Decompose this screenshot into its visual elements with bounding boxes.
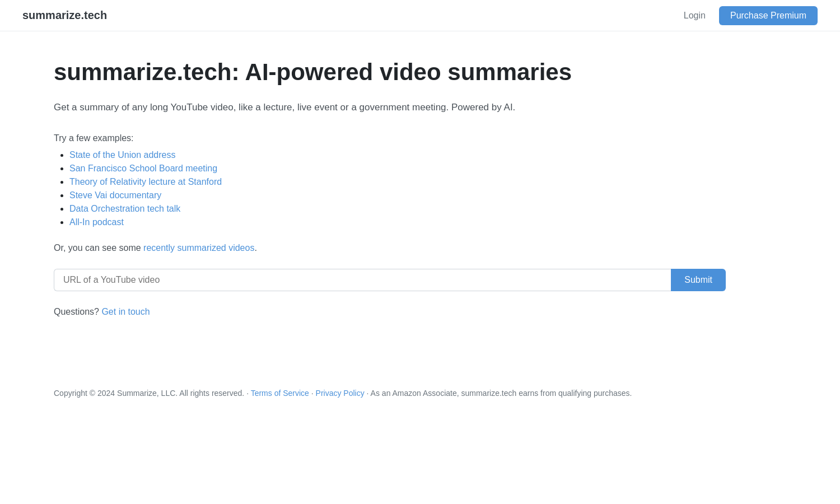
example-link-3[interactable]: Theory of Relativity lecture at Stanford [69,177,222,186]
main-nav: Login Purchase Premium [684,6,818,25]
list-item: Data Orchestration tech talk [69,204,730,214]
list-item: State of the Union address [69,150,730,160]
login-link[interactable]: Login [684,11,706,21]
copyright-text: Copyright © 2024 Summarize, LLC. All rig… [54,389,251,398]
example-link-4[interactable]: Steve Vai documentary [69,190,161,200]
footer-text: Copyright © 2024 Summarize, LLC. All rig… [54,389,786,398]
example-link-2[interactable]: San Francisco School Board meeting [69,164,217,173]
questions-prefix: Questions? [54,307,101,316]
list-item: All-In podcast [69,217,730,227]
url-input[interactable] [54,269,671,291]
example-link-1[interactable]: State of the Union address [69,150,175,160]
footer-separator-1: · [309,389,316,398]
purchase-premium-button[interactable]: Purchase Premium [719,6,818,25]
example-link-5[interactable]: Data Orchestration tech talk [69,204,180,213]
list-item: San Francisco School Board meeting [69,164,730,174]
site-header: summarize.tech Login Purchase Premium [0,0,840,31]
url-form: Submit [54,269,726,291]
main-content: summarize.tech: AI-powered video summari… [0,31,784,344]
examples-label: Try a few examples: [54,133,730,143]
recent-prefix: Or, you can see some [54,243,143,253]
terms-of-service-link[interactable]: Terms of Service [251,389,309,398]
list-item: Steve Vai documentary [69,190,730,200]
site-logo[interactable]: summarize.tech [22,9,107,22]
example-link-6[interactable]: All-In podcast [69,217,124,227]
amazon-associate-text: · As an Amazon Associate, summarize.tech… [365,389,632,398]
privacy-policy-link[interactable]: Privacy Policy [316,389,365,398]
examples-list: State of the Union address San Francisco… [54,150,730,227]
list-item: Theory of Relativity lecture at Stanford [69,177,730,187]
get-in-touch-link[interactable]: Get in touch [101,307,150,316]
recent-suffix: . [254,243,256,253]
recently-summarized-link[interactable]: recently summarized videos [143,243,254,253]
recent-text: Or, you can see some recently summarized… [54,243,730,253]
subtitle-text: Get a summary of any long YouTube video,… [54,100,730,115]
submit-button[interactable]: Submit [671,269,726,291]
page-title: summarize.tech: AI-powered video summari… [54,58,730,86]
questions-text: Questions? Get in touch [54,307,730,317]
site-footer: Copyright © 2024 Summarize, LLC. All rig… [0,366,840,420]
